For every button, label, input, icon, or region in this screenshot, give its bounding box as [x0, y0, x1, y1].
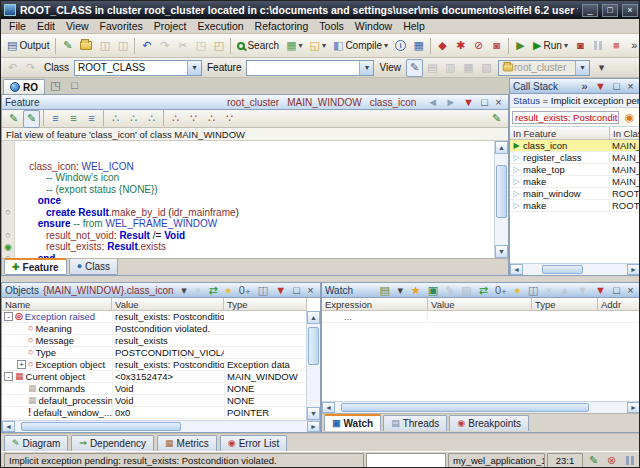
diagram-tool-icon[interactable]: ▦▾: [283, 37, 305, 55]
toolbar-overflow-chevron[interactable]: »: [626, 37, 640, 55]
column-header[interactable]: Type: [532, 298, 598, 310]
menu-view[interactable]: View: [61, 19, 94, 33]
call-stack-row[interactable]: ▷makeMAIN_WINDOW: [510, 176, 640, 188]
expand-box-icon[interactable]: +: [17, 360, 26, 369]
object-tree-row[interactable]: ○MeaningPostcondition violated.: [2, 323, 306, 335]
tab-breakpoints[interactable]: ◉Breakpoints: [449, 415, 529, 431]
clients-icon[interactable]: ∴: [203, 110, 220, 128]
object-tree-row[interactable]: ▦default_processin...VoidNONE: [2, 395, 306, 407]
minimize-button[interactable]: _: [582, 4, 598, 17]
menu-window[interactable]: Window: [350, 19, 397, 33]
tab-dependency[interactable]: ⇒Dependency: [71, 435, 154, 451]
diagram-tool-icon-dropdown[interactable]: ▾: [299, 41, 303, 50]
scroll-left-arrow[interactable]: ◄: [322, 402, 335, 413]
project-settings-icon[interactable]: ▦: [410, 37, 427, 55]
menu-edit[interactable]: Edit: [32, 19, 60, 33]
scroll-track[interactable]: [495, 154, 508, 245]
column-header[interactable]: Addr: [598, 298, 640, 310]
call-stack-row[interactable]: ▷register_classMAIN_WINDOW: [510, 152, 640, 164]
scroll-down-arrow[interactable]: ▼: [307, 407, 320, 420]
edit-feature-icon[interactable]: ✎: [23, 110, 40, 128]
maximize-icon[interactable]: □: [478, 96, 491, 109]
pin-icon[interactable]: ▼: [460, 96, 477, 109]
new-window-icon-dropdown[interactable]: ▾: [322, 41, 326, 50]
new-window-icon[interactable]: ◱▾: [307, 37, 329, 55]
scroll-thumb[interactable]: [308, 327, 319, 364]
scroll-up-arrow[interactable]: ▲: [495, 141, 508, 154]
float-editor-icon[interactable]: ◳: [47, 76, 64, 94]
object-tree-row[interactable]: +○Exception objectresult_exists: Postcon…: [2, 359, 306, 371]
document-tab-root-class[interactable]: RO: [3, 79, 45, 94]
call-stack-row[interactable]: ▷makeROOT_CLASS: [510, 200, 640, 212]
freeze-icon[interactable]: ✱: [452, 37, 469, 55]
tab-watch[interactable]: ▣Watch: [324, 414, 381, 431]
compile-button[interactable]: ◧Compile▾: [330, 37, 391, 55]
exception-dialog-icon[interactable]: ◉: [621, 108, 638, 126]
tab-metrics[interactable]: ▦Metrics: [157, 435, 217, 451]
scroll-left-arrow[interactable]: ◄: [510, 264, 523, 275]
column-header[interactable]: Type: [224, 298, 307, 310]
column-header[interactable]: Expression: [322, 298, 428, 310]
breakpoint-slot-icon[interactable]: ○: [5, 230, 10, 240]
refresh-icon[interactable]: ⇄: [476, 284, 491, 297]
open-in-editor-icon[interactable]: ✎: [488, 110, 505, 128]
menu-favorites[interactable]: Favorites: [95, 19, 148, 33]
object-tree-row[interactable]: ○Messageresult_exists: [2, 335, 306, 347]
maximize-editor-icon[interactable]: □: [66, 76, 83, 94]
maximize-icon[interactable]: □: [610, 80, 623, 93]
bubble-icon[interactable]: ●: [511, 284, 524, 297]
precompile-icon[interactable]: ◙: [488, 37, 505, 55]
finalize-icon[interactable]: ⊘: [470, 37, 487, 55]
maximize-icon[interactable]: □: [290, 284, 303, 297]
implementers-icon[interactable]: ∴: [143, 110, 160, 128]
open-file-icon[interactable]: [77, 37, 95, 55]
scroll-thumb[interactable]: [21, 422, 182, 431]
current-line-marker[interactable]: ◉: [4, 242, 12, 252]
suppliers-icon[interactable]: ∵: [221, 110, 238, 128]
call-stack-row[interactable]: ▷make_topMAIN_WINDOW: [510, 164, 640, 176]
pin-icon[interactable]: ▼: [592, 80, 609, 93]
scroll-down-arrow[interactable]: ▼: [495, 245, 508, 258]
debugger-paused-icon[interactable]: [621, 452, 638, 468]
tab-threads[interactable]: ▤Threads: [383, 415, 447, 431]
column-header[interactable]: Value: [428, 298, 532, 310]
object-tree-row[interactable]: !default_window_...0x0POINTER: [2, 407, 306, 419]
watch-horizontal-scrollbar[interactable]: ◄ ►: [322, 401, 640, 413]
overflow-chevron-icon[interactable]: »: [578, 80, 591, 93]
toolbar2-overflow-icon[interactable]: ▾: [593, 59, 610, 77]
dropdown-icon[interactable]: ▾: [178, 284, 191, 297]
tab-diagram[interactable]: ✎Diagram: [4, 435, 68, 451]
attach-debugger-icon[interactable]: ◙: [572, 37, 589, 55]
dropdown-icon[interactable]: ▾: [394, 284, 407, 297]
breadcrumb-item[interactable]: root_cluster: [227, 97, 279, 108]
hex-format-icon[interactable]: 0₊: [492, 284, 510, 297]
class-combo-dropdown-icon[interactable]: ▾: [187, 61, 201, 75]
paste-icon[interactable]: ◰: [210, 37, 227, 55]
run-button[interactable]: ▶Run▾: [530, 37, 571, 55]
ancestors-icon[interactable]: ∴: [167, 110, 184, 128]
object-tree-row[interactable]: -◎Exception raisedresult_exists: Postcon…: [2, 311, 306, 323]
menu-project[interactable]: Project: [149, 19, 192, 33]
column-header[interactable]: Value: [112, 298, 224, 310]
scroll-up-arrow[interactable]: ▲: [307, 311, 320, 324]
object-tree-row[interactable]: ▦commandsVoidNONE: [2, 383, 306, 395]
favorites-icon[interactable]: ★: [408, 284, 424, 297]
breadcrumb-item[interactable]: class_icon: [370, 97, 417, 108]
menu-tools[interactable]: Tools: [314, 19, 349, 33]
pin-icon[interactable]: ▼: [592, 284, 609, 297]
collapse-box-icon[interactable]: -: [4, 372, 13, 381]
edit-class-icon[interactable]: ✎: [5, 110, 22, 128]
maximize-button[interactable]: □: [602, 4, 618, 17]
undo-icon[interactable]: ↶: [138, 37, 155, 55]
history-forward-icon[interactable]: ►: [442, 96, 459, 109]
close-button[interactable]: ×: [622, 4, 638, 17]
pin-icon[interactable]: ▼: [272, 284, 289, 297]
output-toggle-button[interactable]: ▤Output: [4, 37, 52, 55]
scroll-right-arrow[interactable]: ►: [627, 264, 640, 275]
run-button-dropdown[interactable]: ▾: [564, 41, 568, 50]
menu-refactoring[interactable]: Refactoring: [250, 19, 314, 33]
close-icon[interactable]: ×: [624, 284, 637, 297]
refresh-icon[interactable]: ⇄: [206, 284, 221, 297]
scroll-thumb[interactable]: [341, 403, 589, 412]
compile-state-icon[interactable]: ⊗: [603, 452, 620, 468]
